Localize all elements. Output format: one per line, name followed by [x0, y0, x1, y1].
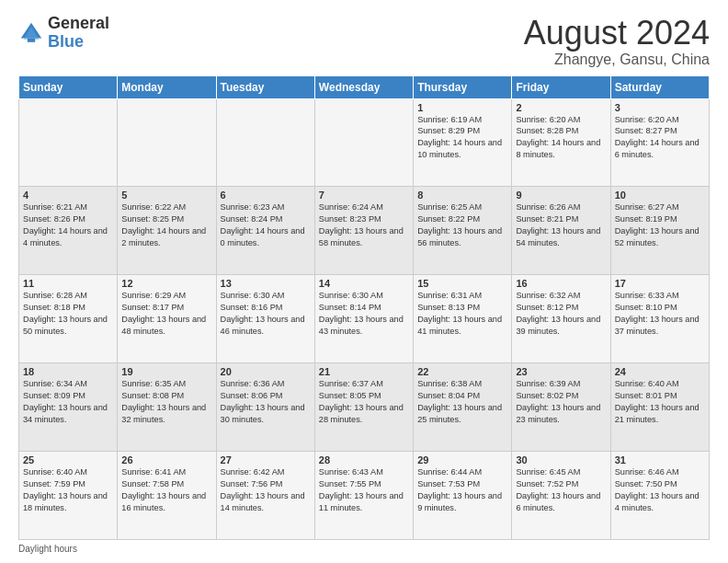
day-cell: 12 Sunrise: 6:29 AMSunset: 8:17 PMDaylig…	[118, 275, 216, 363]
day-number: 24	[615, 366, 705, 377]
day-cell: 25 Sunrise: 6:40 AMSunset: 7:59 PMDaylig…	[19, 452, 118, 540]
day-number: 22	[417, 366, 507, 377]
logo-blue: Blue	[48, 33, 109, 52]
day-info: Sunrise: 6:35 AMSunset: 8:08 PMDaylight:…	[121, 378, 211, 426]
day-cell: 3 Sunrise: 6:20 AMSunset: 8:27 PMDayligh…	[610, 98, 709, 187]
day-number: 4	[23, 190, 113, 201]
day-info: Sunrise: 6:38 AMSunset: 8:04 PMDaylight:…	[417, 378, 507, 426]
day-number: 13	[221, 278, 311, 289]
day-cell: 22 Sunrise: 6:38 AMSunset: 8:04 PMDaylig…	[414, 363, 512, 452]
day-info: Sunrise: 6:31 AMSunset: 8:13 PMDaylight:…	[417, 290, 507, 338]
day-cell: 19 Sunrise: 6:35 AMSunset: 8:08 PMDaylig…	[118, 363, 216, 452]
day-info: Sunrise: 6:42 AMSunset: 7:56 PMDaylight:…	[221, 466, 311, 514]
week-row-5: 25 Sunrise: 6:40 AMSunset: 7:59 PMDaylig…	[19, 452, 710, 540]
day-number: 30	[516, 454, 606, 465]
day-info: Sunrise: 6:21 AMSunset: 8:26 PMDaylight:…	[23, 201, 113, 249]
day-number: 14	[319, 278, 409, 289]
day-number: 20	[221, 366, 311, 377]
calendar-page: General Blue August 2024 Zhangye, Gansu,…	[0, 0, 728, 563]
day-number: 25	[23, 454, 113, 465]
subtitle: Zhangye, Gansu, China	[524, 52, 710, 68]
day-info: Sunrise: 6:45 AMSunset: 7:52 PMDaylight:…	[516, 466, 606, 514]
day-info: Sunrise: 6:33 AMSunset: 8:10 PMDaylight:…	[615, 290, 705, 338]
day-info: Sunrise: 6:27 AMSunset: 8:19 PMDaylight:…	[615, 201, 705, 249]
day-cell: 9 Sunrise: 6:26 AMSunset: 8:21 PMDayligh…	[512, 187, 610, 275]
day-number: 19	[121, 366, 211, 377]
day-info: Sunrise: 6:20 AMSunset: 8:28 PMDaylight:…	[516, 114, 606, 162]
header: General Blue August 2024 Zhangye, Gansu,…	[18, 15, 710, 68]
col-monday: Monday	[118, 75, 216, 98]
day-cell: 28 Sunrise: 6:43 AMSunset: 7:55 PMDaylig…	[314, 452, 413, 540]
calendar-table: Sunday Monday Tuesday Wednesday Thursday…	[18, 75, 710, 540]
day-cell: 6 Sunrise: 6:23 AMSunset: 8:24 PMDayligh…	[216, 187, 314, 275]
day-number: 29	[417, 454, 507, 465]
day-cell: 5 Sunrise: 6:22 AMSunset: 8:25 PMDayligh…	[118, 187, 216, 275]
col-tuesday: Tuesday	[216, 75, 314, 98]
day-cell	[216, 98, 314, 187]
day-cell	[118, 98, 216, 187]
day-number: 7	[319, 190, 409, 201]
day-cell: 7 Sunrise: 6:24 AMSunset: 8:23 PMDayligh…	[314, 187, 413, 275]
week-row-3: 11 Sunrise: 6:28 AMSunset: 8:18 PMDaylig…	[19, 275, 710, 363]
main-title: August 2024	[524, 15, 710, 52]
day-cell: 10 Sunrise: 6:27 AMSunset: 8:19 PMDaylig…	[610, 187, 709, 275]
col-friday: Friday	[512, 75, 610, 98]
week-row-2: 4 Sunrise: 6:21 AMSunset: 8:26 PMDayligh…	[19, 187, 710, 275]
day-number: 18	[23, 366, 113, 377]
day-info: Sunrise: 6:46 AMSunset: 7:50 PMDaylight:…	[615, 466, 705, 514]
day-cell: 15 Sunrise: 6:31 AMSunset: 8:13 PMDaylig…	[414, 275, 512, 363]
day-info: Sunrise: 6:19 AMSunset: 8:29 PMDaylight:…	[417, 114, 507, 162]
day-number: 21	[319, 366, 409, 377]
day-cell	[19, 98, 118, 187]
day-number: 12	[121, 278, 211, 289]
day-number: 15	[417, 278, 507, 289]
day-info: Sunrise: 6:40 AMSunset: 8:01 PMDaylight:…	[615, 378, 705, 426]
day-number: 23	[516, 366, 606, 377]
day-info: Sunrise: 6:23 AMSunset: 8:24 PMDaylight:…	[221, 201, 311, 249]
day-info: Sunrise: 6:26 AMSunset: 8:21 PMDaylight:…	[516, 201, 606, 249]
logo: General Blue	[18, 15, 109, 52]
header-row: Sunday Monday Tuesday Wednesday Thursday…	[19, 75, 710, 98]
day-cell: 11 Sunrise: 6:28 AMSunset: 8:18 PMDaylig…	[19, 275, 118, 363]
day-cell: 16 Sunrise: 6:32 AMSunset: 8:12 PMDaylig…	[512, 275, 610, 363]
day-info: Sunrise: 6:43 AMSunset: 7:55 PMDaylight:…	[319, 466, 409, 514]
day-cell: 23 Sunrise: 6:39 AMSunset: 8:02 PMDaylig…	[512, 363, 610, 452]
col-saturday: Saturday	[610, 75, 709, 98]
svg-rect-2	[28, 38, 35, 41]
day-cell: 27 Sunrise: 6:42 AMSunset: 7:56 PMDaylig…	[216, 452, 314, 540]
day-cell: 17 Sunrise: 6:33 AMSunset: 8:10 PMDaylig…	[610, 275, 709, 363]
day-info: Sunrise: 6:30 AMSunset: 8:14 PMDaylight:…	[319, 290, 409, 338]
day-cell: 26 Sunrise: 6:41 AMSunset: 7:58 PMDaylig…	[118, 452, 216, 540]
day-cell: 14 Sunrise: 6:30 AMSunset: 8:14 PMDaylig…	[314, 275, 413, 363]
day-info: Sunrise: 6:30 AMSunset: 8:16 PMDaylight:…	[221, 290, 311, 338]
day-cell: 29 Sunrise: 6:44 AMSunset: 7:53 PMDaylig…	[414, 452, 512, 540]
day-info: Sunrise: 6:25 AMSunset: 8:22 PMDaylight:…	[417, 201, 507, 249]
day-info: Sunrise: 6:24 AMSunset: 8:23 PMDaylight:…	[319, 201, 409, 249]
day-cell: 30 Sunrise: 6:45 AMSunset: 7:52 PMDaylig…	[512, 452, 610, 540]
col-thursday: Thursday	[414, 75, 512, 98]
title-block: August 2024 Zhangye, Gansu, China	[524, 15, 710, 68]
day-cell: 18 Sunrise: 6:34 AMSunset: 8:09 PMDaylig…	[19, 363, 118, 452]
day-info: Sunrise: 6:44 AMSunset: 7:53 PMDaylight:…	[417, 466, 507, 514]
day-info: Sunrise: 6:36 AMSunset: 8:06 PMDaylight:…	[221, 378, 311, 426]
day-cell: 20 Sunrise: 6:36 AMSunset: 8:06 PMDaylig…	[216, 363, 314, 452]
day-info: Sunrise: 6:34 AMSunset: 8:09 PMDaylight:…	[23, 378, 113, 426]
day-info: Sunrise: 6:41 AMSunset: 7:58 PMDaylight:…	[121, 466, 211, 514]
day-cell: 4 Sunrise: 6:21 AMSunset: 8:26 PMDayligh…	[19, 187, 118, 275]
day-number: 26	[121, 454, 211, 465]
col-wednesday: Wednesday	[314, 75, 413, 98]
week-row-4: 18 Sunrise: 6:34 AMSunset: 8:09 PMDaylig…	[19, 363, 710, 452]
day-number: 31	[615, 454, 705, 465]
logo-icon	[18, 20, 44, 46]
day-cell: 24 Sunrise: 6:40 AMSunset: 8:01 PMDaylig…	[610, 363, 709, 452]
day-cell: 21 Sunrise: 6:37 AMSunset: 8:05 PMDaylig…	[314, 363, 413, 452]
day-number: 17	[615, 278, 705, 289]
day-number: 3	[615, 102, 705, 113]
day-cell: 31 Sunrise: 6:46 AMSunset: 7:50 PMDaylig…	[610, 452, 709, 540]
day-number: 27	[221, 454, 311, 465]
day-number: 9	[516, 190, 606, 201]
day-number: 28	[319, 454, 409, 465]
day-cell: 8 Sunrise: 6:25 AMSunset: 8:22 PMDayligh…	[414, 187, 512, 275]
day-info: Sunrise: 6:28 AMSunset: 8:18 PMDaylight:…	[23, 290, 113, 338]
day-number: 16	[516, 278, 606, 289]
